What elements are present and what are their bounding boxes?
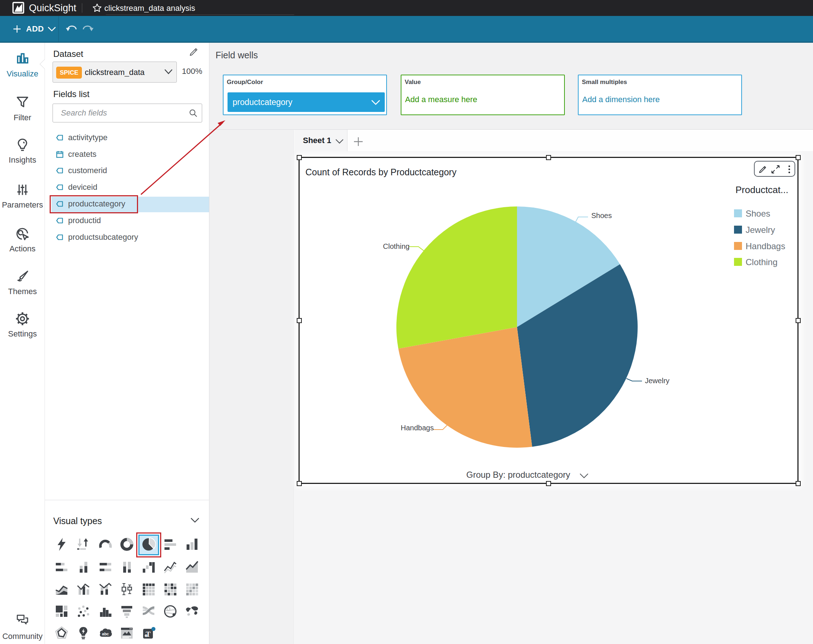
svg-text:+: + [145, 635, 147, 637]
svg-text:abc: abc [102, 632, 109, 636]
